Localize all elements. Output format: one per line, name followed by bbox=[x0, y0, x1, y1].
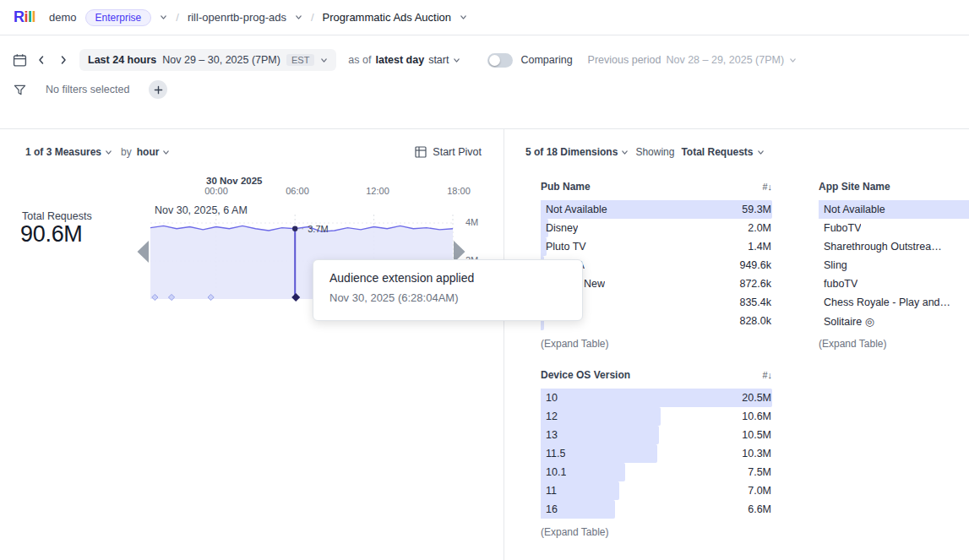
showing-measure-selector[interactable]: Total Requests bbox=[681, 146, 764, 158]
breadcrumb-dashboard[interactable]: Programmatic Ads Auction bbox=[323, 11, 451, 24]
time-grain-label: hour bbox=[137, 146, 160, 158]
table-row[interactable]: 166.6M bbox=[541, 500, 772, 519]
measure-value: 835.4k bbox=[739, 296, 772, 308]
previous-period-selector[interactable]: Previous period Nov 28 – 29, 2025 (7PM) bbox=[588, 54, 798, 66]
filter-row: No filters selected bbox=[14, 77, 969, 102]
chart-scroll-left-arrow[interactable] bbox=[136, 240, 150, 266]
measure-value: 828.0k bbox=[739, 315, 772, 327]
showing-label: Showing bbox=[635, 146, 674, 158]
measure-value: 872.6k bbox=[739, 278, 772, 290]
measure-value: 10.6M bbox=[742, 410, 772, 422]
table-row[interactable]: Not Available59.3M bbox=[541, 200, 772, 219]
scrub-point bbox=[292, 226, 297, 231]
annotation-timestamp: Nov 30, 2025 (6:28:04AM) bbox=[329, 291, 566, 304]
top-nav: Rill demo Enterprise / rill-openrtb-prog… bbox=[0, 0, 969, 35]
time-range-selector[interactable]: Last 24 hours Nov 29 – 30, 2025 (7PM) ES… bbox=[79, 49, 336, 71]
plus-icon bbox=[154, 85, 163, 95]
project-chevron-down-icon[interactable] bbox=[295, 14, 302, 21]
showing-measure-label: Total Requests bbox=[681, 146, 753, 158]
as-of-suffix: start bbox=[428, 54, 449, 66]
dimension-value: 16 bbox=[541, 503, 558, 515]
table-row[interactable]: 1020.5M bbox=[541, 389, 772, 407]
measure-value: 10.3M bbox=[742, 448, 772, 459]
chevron-right-icon bbox=[57, 54, 69, 66]
table-row[interactable]: Not Available bbox=[819, 200, 969, 219]
chevron-down-icon bbox=[162, 149, 170, 156]
sort-indicator[interactable]: #↓ bbox=[762, 370, 772, 380]
sort-indicator[interactable]: #↓ bbox=[762, 182, 772, 192]
comparing-label: Comparing bbox=[520, 54, 572, 66]
toggle-knob bbox=[489, 55, 500, 66]
next-range-button[interactable] bbox=[52, 49, 74, 71]
dimension-value: Not Available bbox=[541, 204, 607, 215]
dimensions-selector[interactable]: 5 of 18 Dimensions bbox=[525, 146, 629, 158]
table-row[interactable]: 117.0M bbox=[541, 481, 772, 500]
dimension-value: 10.1 bbox=[541, 466, 566, 478]
time-range-label: Last 24 hours bbox=[88, 54, 156, 66]
leaderboard-bar bbox=[541, 407, 661, 426]
chart-day-label: 30 Nov 2025 bbox=[206, 176, 263, 186]
measure-value: 949.6k bbox=[739, 259, 772, 271]
leaderboard-title[interactable]: App Site Name bbox=[819, 181, 890, 193]
leaderboard-header: App Site Name bbox=[819, 180, 969, 193]
expand-table-link[interactable]: (Expand Table) bbox=[541, 526, 772, 538]
time-range-dates: Nov 29 – 30, 2025 (7PM) bbox=[162, 54, 280, 66]
breadcrumb-separator: / bbox=[176, 11, 179, 24]
x-tick-label: 06:00 bbox=[286, 186, 309, 196]
by-label: by bbox=[121, 146, 132, 158]
chevron-down-icon bbox=[320, 57, 328, 64]
table-row[interactable]: Pluto TV1.4M bbox=[541, 237, 772, 256]
previous-range-button[interactable] bbox=[30, 49, 52, 71]
as-of-selector[interactable]: as of latest day start bbox=[348, 54, 460, 66]
dimension-value: Not Available bbox=[819, 204, 885, 215]
previous-period-label: Previous period bbox=[588, 54, 661, 66]
table-row[interactable]: 10.17.5M bbox=[541, 463, 772, 481]
leaderboard-column: App Site Name Not Available FuboTV Share… bbox=[819, 180, 969, 538]
start-pivot-label: Start Pivot bbox=[433, 146, 482, 158]
dimensions-bar: 5 of 18 Dimensions Showing Total Request… bbox=[504, 129, 969, 158]
leaderboard-column: Pub Name #↓ Not Available59.3M Disney2.0… bbox=[541, 180, 772, 538]
table-row[interactable]: Disney2.0M bbox=[541, 219, 772, 237]
expand-table-link[interactable]: (Expand Table) bbox=[541, 338, 772, 350]
rill-logo[interactable]: Rill bbox=[14, 8, 35, 26]
org-name[interactable]: demo bbox=[49, 11, 77, 24]
dashboard-chevron-down-icon[interactable] bbox=[460, 14, 467, 21]
table-row[interactable]: Chess Royale - Play and… bbox=[819, 293, 969, 312]
leaderboard-rows: 1020.5M 1210.6M 1310.5M 11.510.3M 10.17.… bbox=[541, 389, 772, 519]
org-menu-chevron-down-icon[interactable] bbox=[160, 14, 167, 21]
breadcrumb-project[interactable]: rill-openrtb-prog-ads bbox=[188, 11, 286, 24]
comparing-toggle[interactable] bbox=[487, 53, 513, 68]
calendar-button[interactable] bbox=[8, 49, 30, 71]
rill-dashboard-app: Rill demo Enterprise / rill-openrtb-prog… bbox=[0, 0, 969, 560]
dimension-value: Sling bbox=[819, 259, 847, 271]
table-row[interactable]: 1310.5M bbox=[541, 426, 772, 444]
measures-pane: 1 of 3 Measures by hour Start Pivot Tota… bbox=[0, 129, 504, 560]
plan-badge: Enterprise bbox=[85, 9, 152, 26]
table-row[interactable]: Sling bbox=[819, 256, 969, 275]
table-row[interactable]: FuboTV bbox=[819, 219, 969, 237]
table-row[interactable]: fuboTV bbox=[819, 275, 969, 293]
measure-value: 59.3M bbox=[742, 204, 772, 215]
measures-selector[interactable]: 1 of 3 Measures bbox=[25, 146, 112, 158]
annotation-tooltip: Audience extension applied Nov 30, 2025 … bbox=[313, 259, 583, 321]
scrub-value-label: 3.7M bbox=[308, 224, 328, 234]
triangle-left-icon bbox=[136, 240, 150, 264]
leaderboard-title[interactable]: Pub Name bbox=[541, 181, 591, 193]
table-row[interactable]: 1210.6M bbox=[541, 407, 772, 426]
table-row[interactable]: Solitaire ◎ bbox=[819, 312, 969, 330]
measure-value: 7.0M bbox=[748, 485, 772, 497]
big-number-label[interactable]: Total Requests bbox=[22, 210, 92, 222]
no-filters-text: No filters selected bbox=[46, 84, 129, 95]
previous-period-dates: Nov 28 – 29, 2025 (7PM) bbox=[666, 54, 784, 66]
leaderboard-title[interactable]: Device OS Version bbox=[541, 369, 630, 381]
time-grain-selector[interactable]: hour bbox=[137, 146, 171, 158]
table-row[interactable]: Sharethrough Outstrea… bbox=[819, 237, 969, 256]
table-row[interactable]: 11.510.3M bbox=[541, 444, 772, 463]
start-pivot-button[interactable]: Start Pivot bbox=[415, 146, 482, 158]
filter-funnel-icon bbox=[14, 84, 26, 96]
dimension-value: 13 bbox=[541, 429, 558, 441]
leaderboard-header: Pub Name #↓ bbox=[541, 180, 772, 193]
expand-table-link[interactable]: (Expand Table) bbox=[819, 338, 969, 350]
breadcrumb-separator: / bbox=[311, 11, 314, 24]
add-filter-button[interactable] bbox=[149, 80, 167, 99]
